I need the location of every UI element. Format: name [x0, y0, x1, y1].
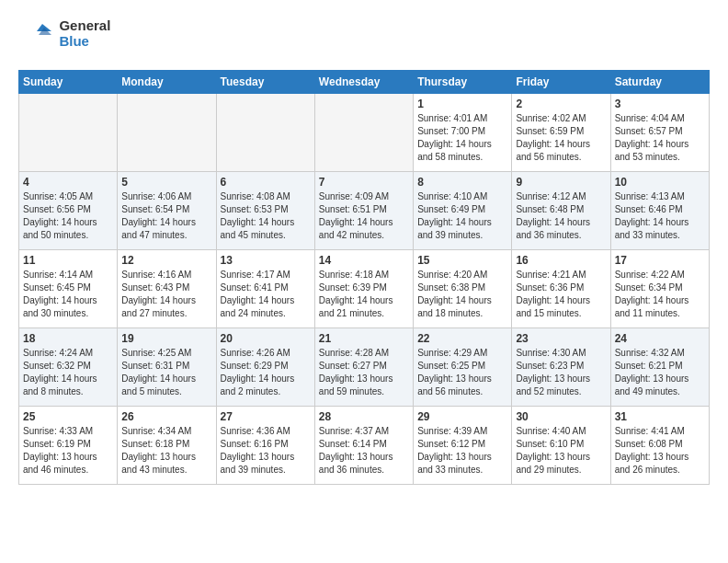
day-info: Sunrise: 4:12 AM Sunset: 6:48 PM Dayligh…: [516, 190, 606, 242]
week-row-2: 4Sunrise: 4:05 AM Sunset: 6:56 PM Daylig…: [19, 171, 710, 249]
calendar-cell: 27Sunrise: 4:36 AM Sunset: 6:16 PM Dayli…: [216, 406, 314, 484]
day-number: 12: [121, 254, 211, 267]
day-info: Sunrise: 4:22 AM Sunset: 6:34 PM Dayligh…: [615, 269, 705, 320]
day-number: 30: [516, 410, 606, 423]
calendar-cell: 18Sunrise: 4:24 AM Sunset: 6:32 PM Dayli…: [19, 327, 118, 406]
logo-text-blue: Blue: [59, 34, 110, 50]
calendar-cell: 25Sunrise: 4:33 AM Sunset: 6:19 PM Dayli…: [19, 406, 118, 484]
day-info: Sunrise: 4:13 AM Sunset: 6:46 PM Dayligh…: [615, 190, 705, 242]
calendar-cell: 3Sunrise: 4:04 AM Sunset: 6:57 PM Daylig…: [610, 93, 709, 171]
calendar-cell: 22Sunrise: 4:29 AM Sunset: 6:25 PM Dayli…: [414, 327, 512, 406]
calendar-cell: 16Sunrise: 4:21 AM Sunset: 6:36 PM Dayli…: [512, 249, 610, 327]
day-info: Sunrise: 4:29 AM Sunset: 6:25 PM Dayligh…: [417, 347, 507, 398]
day-number: 20: [221, 332, 311, 345]
day-info: Sunrise: 4:14 AM Sunset: 6:45 PM Dayligh…: [23, 269, 113, 320]
calendar-cell: 26Sunrise: 4:34 AM Sunset: 6:18 PM Dayli…: [118, 406, 216, 484]
page-header: General Blue: [18, 18, 710, 55]
calendar-cell: [118, 93, 216, 171]
day-number: 7: [319, 176, 409, 189]
day-info: Sunrise: 4:05 AM Sunset: 6:56 PM Dayligh…: [23, 190, 113, 242]
day-number: 18: [23, 332, 113, 345]
day-info: Sunrise: 4:25 AM Sunset: 6:31 PM Dayligh…: [121, 347, 211, 398]
day-number: 11: [23, 254, 113, 267]
day-number: 13: [221, 254, 311, 267]
day-number: 24: [615, 332, 705, 345]
day-info: Sunrise: 4:06 AM Sunset: 6:54 PM Dayligh…: [121, 190, 211, 242]
logo-text-general: General: [59, 18, 110, 34]
calendar-cell: 20Sunrise: 4:26 AM Sunset: 6:29 PM Dayli…: [216, 327, 314, 406]
logo-container: General Blue: [18, 18, 110, 55]
day-info: Sunrise: 4:02 AM Sunset: 6:59 PM Dayligh…: [516, 112, 606, 164]
calendar-cell: 31Sunrise: 4:41 AM Sunset: 6:08 PM Dayli…: [610, 406, 709, 484]
day-number: 27: [221, 410, 311, 423]
day-number: 16: [516, 254, 606, 267]
calendar-cell: 29Sunrise: 4:39 AM Sunset: 6:12 PM Dayli…: [414, 406, 512, 484]
day-number: 29: [417, 410, 507, 423]
calendar-cell: 9Sunrise: 4:12 AM Sunset: 6:48 PM Daylig…: [512, 171, 610, 249]
day-number: 15: [417, 254, 507, 267]
day-info: Sunrise: 4:04 AM Sunset: 6:57 PM Dayligh…: [615, 112, 705, 164]
week-row-5: 25Sunrise: 4:33 AM Sunset: 6:19 PM Dayli…: [19, 406, 710, 484]
calendar-cell: 1Sunrise: 4:01 AM Sunset: 7:00 PM Daylig…: [414, 93, 512, 171]
day-number: 31: [615, 410, 705, 423]
day-number: 9: [516, 176, 606, 189]
day-info: Sunrise: 4:40 AM Sunset: 6:10 PM Dayligh…: [516, 425, 606, 477]
day-number: 21: [319, 332, 409, 345]
calendar-cell: 8Sunrise: 4:10 AM Sunset: 6:49 PM Daylig…: [414, 171, 512, 249]
day-info: Sunrise: 4:01 AM Sunset: 7:00 PM Dayligh…: [417, 112, 507, 164]
day-info: Sunrise: 4:33 AM Sunset: 6:19 PM Dayligh…: [23, 425, 113, 477]
column-header-friday: Friday: [512, 70, 610, 93]
week-row-3: 11Sunrise: 4:14 AM Sunset: 6:45 PM Dayli…: [19, 249, 710, 327]
calendar-cell: 28Sunrise: 4:37 AM Sunset: 6:14 PM Dayli…: [314, 406, 413, 484]
day-number: 8: [417, 176, 507, 189]
day-number: 17: [615, 254, 705, 267]
calendar-cell: [314, 93, 413, 171]
day-number: 10: [615, 176, 705, 189]
column-header-wednesday: Wednesday: [314, 70, 413, 93]
day-info: Sunrise: 4:28 AM Sunset: 6:27 PM Dayligh…: [319, 347, 409, 398]
day-info: Sunrise: 4:37 AM Sunset: 6:14 PM Dayligh…: [319, 425, 409, 477]
day-info: Sunrise: 4:08 AM Sunset: 6:53 PM Dayligh…: [221, 190, 311, 242]
logo-bird-icon: [18, 18, 51, 52]
calendar-cell: 24Sunrise: 4:32 AM Sunset: 6:21 PM Dayli…: [610, 327, 709, 406]
calendar-cell: 14Sunrise: 4:18 AM Sunset: 6:39 PM Dayli…: [314, 249, 413, 327]
logo: General Blue: [18, 18, 110, 55]
calendar-cell: 11Sunrise: 4:14 AM Sunset: 6:45 PM Dayli…: [19, 249, 118, 327]
week-row-4: 18Sunrise: 4:24 AM Sunset: 6:32 PM Dayli…: [19, 327, 710, 406]
calendar-cell: 12Sunrise: 4:16 AM Sunset: 6:43 PM Dayli…: [118, 249, 216, 327]
column-header-tuesday: Tuesday: [216, 70, 314, 93]
calendar-cell: 2Sunrise: 4:02 AM Sunset: 6:59 PM Daylig…: [512, 93, 610, 171]
calendar-cell: 10Sunrise: 4:13 AM Sunset: 6:46 PM Dayli…: [610, 171, 709, 249]
day-info: Sunrise: 4:18 AM Sunset: 6:39 PM Dayligh…: [319, 269, 409, 320]
calendar-cell: 13Sunrise: 4:17 AM Sunset: 6:41 PM Dayli…: [216, 249, 314, 327]
calendar-table: SundayMondayTuesdayWednesdayThursdayFrid…: [18, 70, 710, 485]
day-info: Sunrise: 4:39 AM Sunset: 6:12 PM Dayligh…: [417, 425, 507, 477]
day-number: 26: [121, 410, 211, 423]
calendar-cell: 4Sunrise: 4:05 AM Sunset: 6:56 PM Daylig…: [19, 171, 118, 249]
calendar-cell: 21Sunrise: 4:28 AM Sunset: 6:27 PM Dayli…: [314, 327, 413, 406]
week-row-1: 1Sunrise: 4:01 AM Sunset: 7:00 PM Daylig…: [19, 93, 710, 171]
column-header-thursday: Thursday: [414, 70, 512, 93]
header-row: SundayMondayTuesdayWednesdayThursdayFrid…: [19, 70, 710, 93]
day-number: 6: [221, 176, 311, 189]
day-number: 2: [516, 98, 606, 110]
day-info: Sunrise: 4:34 AM Sunset: 6:18 PM Dayligh…: [121, 425, 211, 477]
calendar-cell: [216, 93, 314, 171]
day-info: Sunrise: 4:32 AM Sunset: 6:21 PM Dayligh…: [615, 347, 705, 398]
day-info: Sunrise: 4:24 AM Sunset: 6:32 PM Dayligh…: [23, 347, 113, 398]
day-number: 22: [417, 332, 507, 345]
calendar-cell: 5Sunrise: 4:06 AM Sunset: 6:54 PM Daylig…: [118, 171, 216, 249]
calendar-cell: 19Sunrise: 4:25 AM Sunset: 6:31 PM Dayli…: [118, 327, 216, 406]
day-number: 25: [23, 410, 113, 423]
day-number: 28: [319, 410, 409, 423]
day-number: 14: [319, 254, 409, 267]
day-info: Sunrise: 4:09 AM Sunset: 6:51 PM Dayligh…: [319, 190, 409, 242]
calendar-cell: 6Sunrise: 4:08 AM Sunset: 6:53 PM Daylig…: [216, 171, 314, 249]
column-header-sunday: Sunday: [19, 70, 118, 93]
day-info: Sunrise: 4:21 AM Sunset: 6:36 PM Dayligh…: [516, 269, 606, 320]
day-info: Sunrise: 4:20 AM Sunset: 6:38 PM Dayligh…: [417, 269, 507, 320]
day-number: 5: [121, 176, 211, 189]
calendar-cell: 15Sunrise: 4:20 AM Sunset: 6:38 PM Dayli…: [414, 249, 512, 327]
day-number: 1: [417, 98, 507, 110]
calendar-cell: 23Sunrise: 4:30 AM Sunset: 6:23 PM Dayli…: [512, 327, 610, 406]
